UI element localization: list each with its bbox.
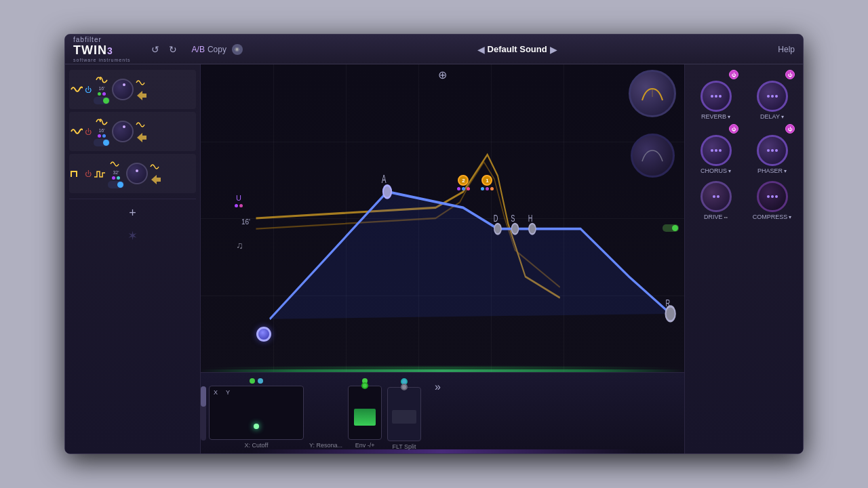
- add-oscillator-button[interactable]: +: [69, 206, 196, 220]
- flt-slider-top-dot: [401, 384, 408, 390]
- envelope-thumb[interactable]: [256, 327, 271, 342]
- redo-button[interactable]: ↻: [166, 43, 180, 56]
- osc3-extra-wave[interactable]: [150, 162, 162, 171]
- osc2-dot-blue: [102, 134, 106, 138]
- osc2-arrow-icon: [136, 131, 148, 144]
- preset-prev-button[interactable]: ◀: [477, 44, 485, 55]
- osc1-dots: [98, 92, 106, 96]
- osc2-toggle[interactable]: [94, 139, 110, 146]
- chorus-label: CHORUS ▾: [701, 167, 731, 174]
- scroll-bar[interactable]: [201, 386, 206, 441]
- osc3-wave-2[interactable]: [94, 169, 106, 178]
- drive-label-text: DRIVE: [704, 214, 723, 220]
- env-slider[interactable]: [348, 386, 382, 440]
- reverb-dot-2: [715, 95, 717, 98]
- delay-dot-2: [771, 95, 774, 98]
- osc2-wave-btn[interactable]: [71, 125, 83, 138]
- osc2-dot-purple: [98, 134, 101, 138]
- effects-row-3: DRIVE ••: [690, 181, 797, 220]
- osc1-arrow-icon: [136, 89, 148, 102]
- phaser-dropdown-icon[interactable]: ▾: [784, 168, 787, 174]
- expand-button[interactable]: »: [432, 378, 443, 396]
- filter-knob-area: [629, 70, 676, 178]
- phaser-knob[interactable]: [757, 135, 788, 166]
- svg-point-7: [511, 224, 518, 235]
- logo-area: fabfilter TWIN 3 software instruments: [73, 36, 131, 62]
- compress-unit: COMPRESS ▾: [747, 181, 797, 220]
- drive-dot-2: [717, 195, 719, 198]
- osc3-power-icon[interactable]: ⏻: [85, 170, 92, 178]
- filter-main-knob[interactable]: [629, 70, 676, 117]
- xy-pad-labels: X Y: [214, 389, 230, 396]
- osc2-wave-shape[interactable]: [96, 117, 108, 127]
- osc3-controls: ⏻: [85, 170, 92, 178]
- osc3-extra-left: [94, 169, 106, 178]
- delay-knob[interactable]: [757, 81, 788, 112]
- delay-power-button[interactable]: ⏻: [785, 70, 795, 79]
- osc1-wave-shape[interactable]: [96, 75, 108, 85]
- compress-dropdown-icon[interactable]: ▾: [789, 214, 791, 220]
- osc1-extra-wave[interactable]: [136, 78, 148, 87]
- delay-dot-3: [775, 95, 778, 98]
- reverb-knob[interactable]: [701, 81, 732, 112]
- filter-node-1[interactable]: 1: [481, 175, 494, 190]
- logo-fabfilter: fabfilter: [73, 36, 131, 43]
- osc2-knob[interactable]: [112, 121, 134, 142]
- phaser-power-button[interactable]: ⏻: [785, 124, 795, 134]
- chorus-dropdown-icon[interactable]: ▾: [728, 168, 731, 174]
- osc3-dot-purple: [112, 176, 115, 180]
- chorus-power-button[interactable]: ⏻: [729, 124, 738, 134]
- osc1-wave-btn[interactable]: [71, 83, 83, 96]
- osc1-power-icon[interactable]: ⏻: [85, 86, 92, 94]
- filter-second-knob[interactable]: [631, 134, 675, 178]
- filter-nodes-area: 2 1: [457, 175, 494, 190]
- compress-knob[interactable]: [757, 181, 788, 212]
- reverb-power-button[interactable]: ⏻: [729, 70, 738, 79]
- osc2-controls: ⏻: [85, 128, 92, 136]
- help-button[interactable]: Help: [778, 45, 795, 54]
- reverb-label: REVERB ▾: [701, 113, 730, 120]
- mono-icon: ◉: [232, 44, 243, 55]
- conn-dot-cyan: [481, 187, 484, 190]
- reverb-label-text: REVERB: [701, 113, 726, 120]
- osc3-arrow-icon: [150, 174, 162, 186]
- osc3-wave-shape[interactable]: [110, 159, 122, 169]
- xy-y-divider: [326, 386, 326, 440]
- undo-button[interactable]: ↺: [149, 43, 162, 56]
- copy-button[interactable]: Copy: [208, 45, 226, 54]
- env-slider-caption: Env -/+: [355, 442, 375, 449]
- phaser-label: PHASER ▾: [757, 167, 787, 174]
- osc3-wave-col: 32': [108, 159, 124, 188]
- chorus-dot-3: [719, 149, 722, 152]
- svg-marker-1: [137, 133, 146, 142]
- chorus-dot-2: [715, 149, 717, 152]
- reverb-header: ⏻: [690, 70, 741, 79]
- xy-pad[interactable]: X Y: [209, 386, 304, 440]
- osc2-extra-wave[interactable]: [136, 120, 148, 129]
- osc1-knob[interactable]: [112, 79, 134, 100]
- osc3-toggle[interactable]: [108, 181, 124, 188]
- ab-button[interactable]: A/B: [192, 45, 205, 54]
- envelope-svg: A D S H R: [201, 64, 684, 372]
- filter-crosshair[interactable]: ⊕: [438, 68, 447, 81]
- osc1-toggle[interactable]: [94, 97, 110, 104]
- xy-controls-row: X Y X: Cutoff Y: Resona...: [201, 373, 684, 453]
- chorus-label-text: CHORUS: [701, 167, 727, 174]
- preset-next-button[interactable]: ▶: [550, 44, 557, 55]
- drive-dot-1: [713, 195, 715, 198]
- phaser-power-icon: ⏻: [788, 127, 793, 131]
- osc3-knob[interactable]: [126, 163, 148, 184]
- filter-node-2[interactable]: 2: [457, 175, 470, 190]
- osc2-power-icon[interactable]: ⏻: [85, 128, 92, 136]
- drive-knob[interactable]: [701, 181, 732, 212]
- reverb-dropdown-icon[interactable]: ▾: [728, 114, 730, 120]
- osc3-extra: [150, 162, 162, 186]
- delay-knob-dots: [767, 95, 778, 98]
- phaser-dot-2: [771, 149, 774, 152]
- filter-toggle[interactable]: [663, 224, 679, 232]
- scroll-thumb[interactable]: [201, 386, 206, 407]
- chorus-knob[interactable]: [701, 135, 732, 166]
- osc3-wave-btn[interactable]: [71, 167, 83, 180]
- flt-slider[interactable]: [387, 387, 421, 441]
- delay-dropdown-icon[interactable]: ▾: [781, 114, 784, 120]
